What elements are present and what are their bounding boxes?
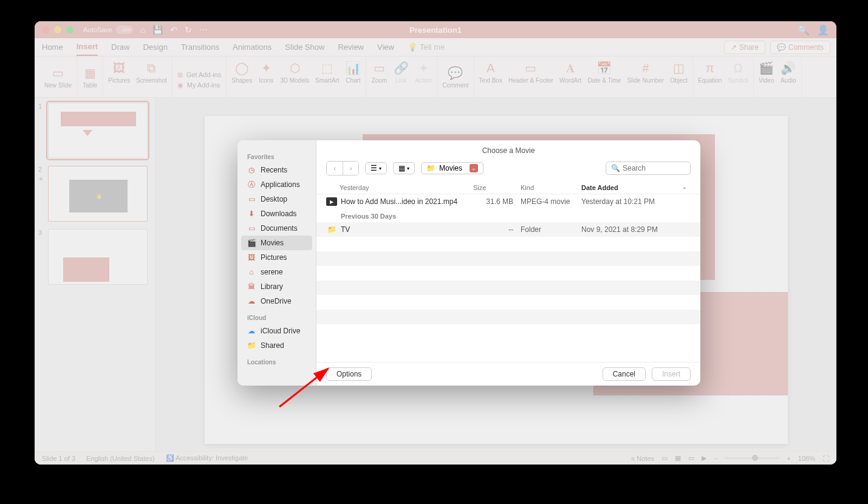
sidebar-item-desktop[interactable]: ▭Desktop — [238, 192, 316, 206]
options-button[interactable]: Options — [326, 367, 372, 381]
file-kind: Folder — [521, 225, 581, 234]
view-group-button[interactable]: ▦ ▾ — [393, 162, 415, 174]
documents-icon: ▭ — [247, 224, 256, 233]
col-kind-header[interactable]: Kind — [521, 184, 581, 191]
back-button[interactable]: ‹ — [327, 162, 343, 175]
path-selector[interactable]: 📁 Movies ⌄ — [421, 162, 484, 174]
sidebar-item-applications[interactable]: ⒶApplications — [238, 177, 316, 192]
pictures-icon2: 🖼 — [247, 253, 256, 262]
empty-row — [316, 251, 700, 266]
chevron-down-icon: ▾ — [379, 166, 381, 171]
col-size-header[interactable]: Size — [473, 184, 521, 191]
sidebar-item-pictures[interactable]: 🖼Pictures — [238, 250, 316, 265]
col-date-header[interactable]: Date Added⌄ — [581, 184, 691, 191]
folder-icon2: 📁 — [326, 225, 337, 234]
dialog-toolbar: ‹ › ☰ ▾ ▦ ▾ 📁 Movies ⌄ 🔍 — [316, 158, 700, 182]
sidebar-item-onedrive[interactable]: ☁OneDrive — [238, 294, 316, 308]
icloud-section-label: iCloud — [238, 312, 316, 324]
home-icon2: ⌂ — [247, 268, 256, 276]
column-headers: Yesterday Size Kind Date Added⌄ — [316, 182, 700, 194]
file-name: TV — [341, 225, 473, 234]
file-size: 31.6 MB — [473, 197, 521, 206]
file-size: -- — [473, 225, 521, 234]
dialog-sidebar: Favorites ◷Recents ⒶApplications ▭Deskto… — [238, 140, 316, 386]
dialog-main: Choose a Movie ‹ › ☰ ▾ ▦ ▾ 📁 Movies ⌄ 🔍 — [316, 140, 700, 386]
path-chevron-icon: ⌄ — [470, 164, 478, 172]
sidebar-item-movies[interactable]: 🎬Movies — [241, 236, 312, 250]
file-date: Nov 9, 2021 at 8:29 PM — [581, 225, 691, 234]
empty-row — [316, 281, 700, 295]
desktop-icon: ▭ — [247, 195, 256, 203]
sidebar-item-recents[interactable]: ◷Recents — [238, 163, 316, 177]
empty-row — [316, 237, 700, 251]
library-icon: 🏛 — [247, 282, 256, 291]
col-name-header[interactable]: Yesterday — [326, 184, 473, 191]
sidebar-item-library[interactable]: 🏛Library — [238, 279, 316, 294]
chevron-down-icon: ▾ — [407, 166, 409, 171]
favorites-section-label: Favorites — [238, 151, 316, 163]
empty-row — [316, 266, 700, 281]
icloud-icon: ☁ — [247, 327, 256, 335]
file-chooser-dialog: Favorites ◷Recents ⒶApplications ▭Deskto… — [238, 140, 700, 386]
file-list: ▶ How to Add Musi...ideo in 2021.mp4 31.… — [316, 194, 700, 362]
locations-section-label: Locations — [238, 356, 316, 368]
nav-buttons: ‹ › — [326, 161, 359, 175]
sidebar-item-documents[interactable]: ▭Documents — [238, 221, 316, 236]
empty-row — [316, 310, 700, 324]
file-kind: MPEG-4 movie — [521, 197, 581, 206]
search-field[interactable]: 🔍 — [606, 162, 691, 175]
clock-icon: ◷ — [247, 166, 256, 174]
file-date: Yesterday at 10:21 PM — [581, 197, 691, 206]
empty-row — [316, 295, 700, 310]
video-file-icon: ▶ — [326, 197, 337, 206]
sort-chevron-icon: ⌄ — [682, 184, 687, 191]
folder-icon: 📁 — [426, 164, 436, 172]
search-input[interactable] — [623, 164, 683, 172]
group-label: Previous 30 Days — [316, 209, 700, 222]
view-list-button[interactable]: ☰ ▾ — [365, 162, 387, 174]
forward-button[interactable]: › — [343, 162, 358, 175]
cancel-button[interactable]: Cancel — [603, 367, 646, 381]
powerpoint-window: AutoSave OFF ⌂ 💾 ↶ ↻ ⋯ Presentation1 🔍 👤… — [35, 21, 836, 465]
file-name: How to Add Musi...ideo in 2021.mp4 — [341, 197, 473, 206]
file-row[interactable]: ▶ How to Add Musi...ideo in 2021.mp4 31.… — [316, 194, 700, 209]
sidebar-item-home[interactable]: ⌂serene — [238, 265, 316, 279]
sidebar-item-icloud-drive[interactable]: ☁iCloud Drive — [238, 324, 316, 338]
sidebar-item-shared[interactable]: 📁Shared — [238, 338, 316, 353]
shared-icon: 📁 — [247, 341, 256, 350]
file-row[interactable]: 📁 TV -- Folder Nov 9, 2021 at 8:29 PM — [316, 222, 700, 237]
onedrive-icon: ☁ — [247, 297, 256, 305]
apps-icon: Ⓐ — [247, 180, 256, 189]
movies-icon: 🎬 — [247, 239, 256, 247]
search-icon2: 🔍 — [611, 164, 620, 172]
downloads-icon: ⬇ — [247, 209, 256, 218]
sidebar-item-downloads[interactable]: ⬇Downloads — [238, 206, 316, 221]
insert-button: Insert — [652, 367, 691, 381]
path-label: Movies — [439, 164, 462, 172]
dialog-title: Choose a Movie — [316, 140, 700, 158]
dialog-footer: Options Cancel Insert — [316, 362, 700, 386]
